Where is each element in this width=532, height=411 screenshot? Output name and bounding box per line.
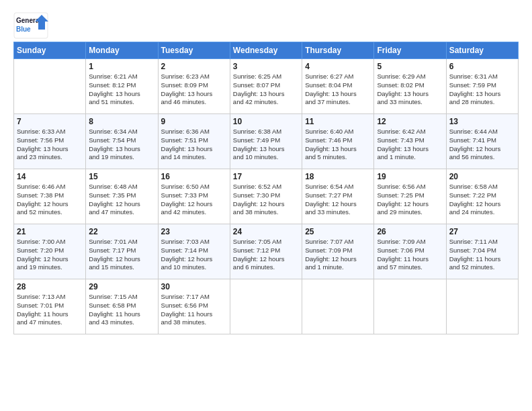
calendar-cell: 20Sunrise: 6:58 AM Sunset: 7:22 PM Dayli… xyxy=(446,169,518,224)
weekday-friday: Friday xyxy=(374,42,446,59)
day-number: 3 xyxy=(233,62,299,71)
day-number: 12 xyxy=(377,117,443,126)
weekday-monday: Monday xyxy=(86,42,158,59)
day-info: Sunrise: 6:23 AM Sunset: 8:09 PM Dayligh… xyxy=(161,73,227,107)
calendar-cell xyxy=(446,279,518,334)
day-number: 5 xyxy=(377,62,443,71)
calendar-cell xyxy=(374,279,446,334)
day-number: 20 xyxy=(449,172,515,181)
calendar-cell: 5Sunrise: 6:29 AM Sunset: 8:02 PM Daylig… xyxy=(374,59,446,114)
day-number: 23 xyxy=(161,227,227,236)
day-info: Sunrise: 6:44 AM Sunset: 7:41 PM Dayligh… xyxy=(449,128,515,162)
day-number: 16 xyxy=(161,172,227,181)
calendar-cell: 4Sunrise: 6:27 AM Sunset: 8:04 PM Daylig… xyxy=(302,59,374,114)
day-number: 19 xyxy=(377,172,443,181)
day-info: Sunrise: 7:07 AM Sunset: 7:09 PM Dayligh… xyxy=(305,238,371,272)
day-number: 21 xyxy=(17,227,83,236)
day-info: Sunrise: 7:05 AM Sunset: 7:12 PM Dayligh… xyxy=(233,238,299,272)
page-container: General Blue SundayMondayTuesdayWednesda… xyxy=(0,0,532,341)
day-number: 1 xyxy=(89,62,154,71)
day-number: 28 xyxy=(17,282,83,291)
calendar-cell: 22Sunrise: 7:01 AM Sunset: 7:17 PM Dayli… xyxy=(86,224,158,279)
day-info: Sunrise: 6:54 AM Sunset: 7:27 PM Dayligh… xyxy=(305,183,371,217)
calendar-cell: 6Sunrise: 6:31 AM Sunset: 7:59 PM Daylig… xyxy=(446,59,518,114)
day-number: 22 xyxy=(89,227,154,236)
calendar-cell: 19Sunrise: 6:56 AM Sunset: 7:25 PM Dayli… xyxy=(374,169,446,224)
day-info: Sunrise: 6:34 AM Sunset: 7:54 PM Dayligh… xyxy=(89,128,154,162)
calendar-body: 1Sunrise: 6:21 AM Sunset: 8:12 PM Daylig… xyxy=(14,59,519,334)
day-number: 26 xyxy=(377,227,443,236)
day-info: Sunrise: 6:46 AM Sunset: 7:38 PM Dayligh… xyxy=(17,183,83,217)
day-info: Sunrise: 7:13 AM Sunset: 7:01 PM Dayligh… xyxy=(17,293,83,327)
calendar-cell: 8Sunrise: 6:34 AM Sunset: 7:54 PM Daylig… xyxy=(86,114,158,169)
calendar-cell: 17Sunrise: 6:52 AM Sunset: 7:30 PM Dayli… xyxy=(230,169,302,224)
day-number: 10 xyxy=(233,117,299,126)
day-info: Sunrise: 6:38 AM Sunset: 7:49 PM Dayligh… xyxy=(233,128,299,162)
day-number: 25 xyxy=(305,227,371,236)
calendar-cell: 25Sunrise: 7:07 AM Sunset: 7:09 PM Dayli… xyxy=(302,224,374,279)
weekday-wednesday: Wednesday xyxy=(230,42,302,59)
day-info: Sunrise: 6:56 AM Sunset: 7:25 PM Dayligh… xyxy=(377,183,443,217)
day-number: 11 xyxy=(305,117,371,126)
calendar-cell: 21Sunrise: 7:00 AM Sunset: 7:20 PM Dayli… xyxy=(14,224,86,279)
day-info: Sunrise: 6:29 AM Sunset: 8:02 PM Dayligh… xyxy=(377,73,443,107)
day-info: Sunrise: 7:15 AM Sunset: 6:58 PM Dayligh… xyxy=(89,293,154,327)
calendar-cell: 13Sunrise: 6:44 AM Sunset: 7:41 PM Dayli… xyxy=(446,114,518,169)
calendar-cell: 27Sunrise: 7:11 AM Sunset: 7:04 PM Dayli… xyxy=(446,224,518,279)
calendar-header: SundayMondayTuesdayWednesdayThursdayFrid… xyxy=(14,42,519,59)
calendar-cell: 16Sunrise: 6:50 AM Sunset: 7:33 PM Dayli… xyxy=(158,169,230,224)
calendar-cell: 9Sunrise: 6:36 AM Sunset: 7:51 PM Daylig… xyxy=(158,114,230,169)
svg-text:Blue: Blue xyxy=(16,26,31,33)
day-info: Sunrise: 6:52 AM Sunset: 7:30 PM Dayligh… xyxy=(233,183,299,217)
calendar-cell: 26Sunrise: 7:09 AM Sunset: 7:06 PM Dayli… xyxy=(374,224,446,279)
logo-svg: General Blue xyxy=(13,12,48,39)
day-info: Sunrise: 6:42 AM Sunset: 7:43 PM Dayligh… xyxy=(377,128,443,162)
weekday-saturday: Saturday xyxy=(446,42,518,59)
day-info: Sunrise: 6:58 AM Sunset: 7:22 PM Dayligh… xyxy=(449,183,515,217)
day-info: Sunrise: 6:40 AM Sunset: 7:46 PM Dayligh… xyxy=(305,128,371,162)
day-info: Sunrise: 6:33 AM Sunset: 7:56 PM Dayligh… xyxy=(17,128,83,162)
calendar-cell xyxy=(230,279,302,334)
weekday-thursday: Thursday xyxy=(302,42,374,59)
day-number: 13 xyxy=(449,117,515,126)
header: General Blue xyxy=(13,12,519,39)
week-row-3: 14Sunrise: 6:46 AM Sunset: 7:38 PM Dayli… xyxy=(14,169,519,224)
day-number: 4 xyxy=(305,62,371,71)
day-number: 8 xyxy=(89,117,154,126)
calendar-cell: 7Sunrise: 6:33 AM Sunset: 7:56 PM Daylig… xyxy=(14,114,86,169)
day-info: Sunrise: 7:03 AM Sunset: 7:14 PM Dayligh… xyxy=(161,238,227,272)
calendar-table: SundayMondayTuesdayWednesdayThursdayFrid… xyxy=(13,42,519,334)
calendar-cell xyxy=(302,279,374,334)
calendar-cell: 18Sunrise: 6:54 AM Sunset: 7:27 PM Dayli… xyxy=(302,169,374,224)
day-info: Sunrise: 7:09 AM Sunset: 7:06 PM Dayligh… xyxy=(377,238,443,272)
day-number: 30 xyxy=(161,282,227,291)
day-number: 27 xyxy=(449,227,515,236)
calendar-cell: 24Sunrise: 7:05 AM Sunset: 7:12 PM Dayli… xyxy=(230,224,302,279)
weekday-sunday: Sunday xyxy=(14,42,86,59)
week-row-5: 28Sunrise: 7:13 AM Sunset: 7:01 PM Dayli… xyxy=(14,279,519,334)
day-number: 29 xyxy=(89,282,154,291)
day-info: Sunrise: 7:17 AM Sunset: 6:56 PM Dayligh… xyxy=(161,293,227,327)
calendar-cell: 23Sunrise: 7:03 AM Sunset: 7:14 PM Dayli… xyxy=(158,224,230,279)
week-row-1: 1Sunrise: 6:21 AM Sunset: 8:12 PM Daylig… xyxy=(14,59,519,114)
weekday-header-row: SundayMondayTuesdayWednesdayThursdayFrid… xyxy=(14,42,519,59)
calendar-cell: 14Sunrise: 6:46 AM Sunset: 7:38 PM Dayli… xyxy=(14,169,86,224)
day-number: 7 xyxy=(17,117,83,126)
day-info: Sunrise: 6:27 AM Sunset: 8:04 PM Dayligh… xyxy=(305,73,371,107)
week-row-4: 21Sunrise: 7:00 AM Sunset: 7:20 PM Dayli… xyxy=(14,224,519,279)
day-number: 24 xyxy=(233,227,299,236)
day-info: Sunrise: 6:36 AM Sunset: 7:51 PM Dayligh… xyxy=(161,128,227,162)
calendar-cell: 11Sunrise: 6:40 AM Sunset: 7:46 PM Dayli… xyxy=(302,114,374,169)
calendar-cell xyxy=(14,59,86,114)
week-row-2: 7Sunrise: 6:33 AM Sunset: 7:56 PM Daylig… xyxy=(14,114,519,169)
day-number: 9 xyxy=(161,117,227,126)
calendar-cell: 29Sunrise: 7:15 AM Sunset: 6:58 PM Dayli… xyxy=(86,279,158,334)
day-number: 2 xyxy=(161,62,227,71)
calendar-cell: 2Sunrise: 6:23 AM Sunset: 8:09 PM Daylig… xyxy=(158,59,230,114)
day-number: 14 xyxy=(17,172,83,181)
day-info: Sunrise: 7:01 AM Sunset: 7:17 PM Dayligh… xyxy=(89,238,154,272)
calendar-cell: 28Sunrise: 7:13 AM Sunset: 7:01 PM Dayli… xyxy=(14,279,86,334)
day-info: Sunrise: 6:25 AM Sunset: 8:07 PM Dayligh… xyxy=(233,73,299,107)
day-number: 6 xyxy=(449,62,515,71)
calendar-cell: 12Sunrise: 6:42 AM Sunset: 7:43 PM Dayli… xyxy=(374,114,446,169)
